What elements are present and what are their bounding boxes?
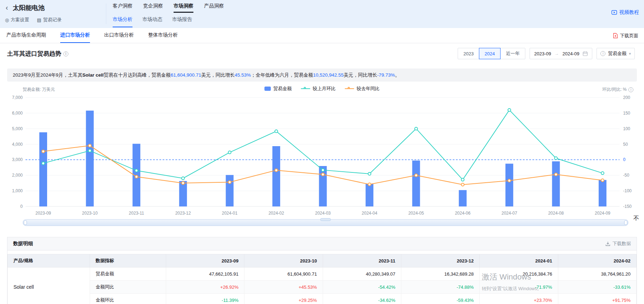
svg-text:200: 200 [623, 95, 630, 100]
svg-text:2024-07: 2024-07 [502, 211, 517, 216]
svg-text:-100: -100 [623, 188, 632, 193]
trend-info-icon[interactable]: i [63, 51, 68, 56]
value-cell: +91.75% [558, 294, 636, 304]
analysis-nav: 产品市场生命周期 进口市场分析 出口市场分析 整体市场分析 下载页面 [0, 28, 644, 43]
value-cell: 47,662,105.91 [166, 267, 244, 281]
calendar-icon [583, 51, 588, 56]
trend-section-title: 土耳其进口贸易趋势 i [7, 50, 68, 58]
insight-tabs: 客户洞察 竞企洞察 市场洞察 产品洞察 [113, 3, 224, 13]
trend-title-text: 土耳其进口贸易趋势 [7, 50, 61, 58]
product-name-cell: Solar cell [8, 267, 90, 304]
date-range-picker[interactable]: 2023-09 → 2024-09 [530, 48, 592, 59]
trend-chart: 7,0002006,0001505,0001004,000503,00002,0… [0, 84, 644, 216]
summary-fragment: 45.53% [235, 72, 251, 78]
metric-dropdown[interactable]: i 贸易金额 ▾ [597, 48, 635, 59]
summary-fragment: 贸易在十月达到高峰，贸易金额 [104, 72, 171, 78]
svg-text:2024-03: 2024-03 [315, 211, 331, 216]
subtab-market-dynamics[interactable]: 市场动态 [142, 16, 162, 27]
summary-fragment: 美元，同比增长 [201, 72, 235, 78]
value-cell: -59.43% [401, 294, 479, 304]
x-axis-labels: 2023-092023-102023-112023-122024-012024-… [35, 211, 610, 216]
nav-export-analysis[interactable]: 出口市场分析 [104, 28, 134, 43]
datazoom-left-handle[interactable] [24, 220, 27, 225]
value-cell: -54.42% [323, 281, 401, 294]
scheme-settings-label: 方案设置 [11, 17, 29, 23]
chart-datazoom-slider[interactable] [23, 219, 628, 226]
scheme-settings-link[interactable]: ◎ 方案设置 [5, 17, 29, 23]
clipped-side-text: 不 [633, 215, 639, 222]
tab-customer-insight[interactable]: 客户洞察 [113, 3, 132, 13]
svg-text:5,000: 5,000 [12, 126, 23, 131]
value-cell: +23.70% [480, 294, 558, 304]
value-cell: -34.62% [323, 294, 401, 304]
datazoom-right-handle[interactable] [624, 220, 627, 225]
table-column-header: 2023-09 [166, 254, 244, 267]
metric-dropdown-value: 贸易金额 [608, 50, 626, 57]
summary-fragment: 美元，同比增长 [344, 72, 377, 78]
subtab-market-report[interactable]: 市场报告 [172, 16, 192, 27]
date-from: 2023-09 [534, 51, 551, 56]
metric-name-cell: 金额环比 [90, 294, 166, 304]
page-title: 太阳能电池 [13, 4, 45, 12]
top-header: ‹ 太阳能电池 ◎ 方案设置 ▤ 贸易记录 客户洞察 竞企洞察 市场洞察 产品洞… [0, 0, 644, 28]
nav-product-lifecycle[interactable]: 产品市场生命周期 [6, 28, 46, 43]
svg-text:2024-09: 2024-09 [595, 211, 610, 216]
table-row: 金额环比-11.39%+29.25%-34.62%-59.43%+23.70%+… [8, 294, 637, 304]
video-tutorial-link[interactable]: 视频教程 [611, 9, 639, 16]
download-data-label: 下载数据 [612, 241, 631, 247]
nav-import-analysis[interactable]: 进口市场分析 [60, 28, 90, 43]
svg-text:100: 100 [623, 126, 630, 131]
value-cell: 38,764,961.20 [558, 267, 636, 281]
download-page-icon [613, 33, 618, 38]
summary-fragment: 2023年9月至2024年9月，土耳其 [13, 72, 83, 78]
tab-product-insight[interactable]: 产品洞察 [204, 3, 224, 13]
table-header-row: 产品/规格数据指标2023-092023-102023-112023-12202… [8, 254, 637, 267]
tab-competitor-insight[interactable]: 竞企洞察 [143, 3, 163, 13]
market-sub-tabs: 市场分析 市场动态 市场报告 [113, 16, 192, 27]
download-data-icon [605, 241, 610, 246]
svg-text:3,000: 3,000 [12, 157, 23, 162]
year-2023-button[interactable]: 2023 [458, 48, 479, 59]
datazoom-center-grip[interactable] [320, 218, 331, 221]
svg-text:0: 0 [20, 204, 23, 209]
svg-text:6,000: 6,000 [12, 111, 23, 116]
data-detail-card: 数据明细 下载数据 产品/规格数据指标2023-092023-102023-11… [7, 237, 637, 304]
chevron-down-icon: ▾ [629, 51, 631, 56]
svg-text:2024-04: 2024-04 [362, 211, 377, 216]
subtab-market-analysis[interactable]: 市场分析 [113, 16, 132, 27]
value-cell: 40,280,349.07 [323, 267, 401, 281]
svg-text:-50: -50 [623, 173, 629, 178]
data-detail-header: 数据明细 下载数据 [7, 237, 637, 250]
recent-year-button[interactable]: 近一年 [500, 48, 525, 59]
bar-series [39, 111, 606, 206]
trend-summary-banner: 2023年9月至2024年9月，土耳其Solar cell贸易在十月达到高峰，贸… [7, 68, 637, 82]
value-cell: 20,216,384.76 [480, 267, 558, 281]
data-detail-title: 数据明细 [13, 241, 33, 247]
download-data-button[interactable]: 下载数据 [605, 241, 631, 247]
table-column-header: 2023-12 [401, 254, 479, 267]
year-2024-button[interactable]: 2024 [479, 48, 501, 59]
download-page-button[interactable]: 下载页面 [613, 28, 638, 43]
summary-fragment: Solar cell [83, 72, 104, 78]
value-cell: +45.53% [244, 281, 323, 294]
value-cell: 61,604,900.71 [244, 267, 323, 281]
table-row: 金额同比+26.92%+45.53%-54.42%-74.88%-71.97%-… [8, 281, 637, 294]
svg-text:2023-10: 2023-10 [82, 211, 98, 216]
svg-text:2024-01: 2024-01 [222, 211, 237, 216]
tab-market-insight[interactable]: 市场洞察 [174, 3, 193, 13]
svg-text:1,000: 1,000 [12, 188, 23, 193]
value-cell: -71.97% [480, 281, 558, 294]
table-column-header: 2024-02 [558, 254, 636, 267]
svg-text:2,000: 2,000 [12, 173, 23, 178]
value-cell: -74.88% [401, 281, 479, 294]
metric-name-cell: 金额同比 [90, 281, 166, 294]
summary-fragment: -79.73% [377, 72, 395, 78]
table-row: Solar cell贸易金额47,662,105.9161,604,900.71… [8, 267, 637, 281]
nav-overall-analysis[interactable]: 整体市场分析 [148, 28, 178, 43]
trade-records-link[interactable]: ▤ 贸易记录 [37, 17, 61, 23]
svg-text:2024-02: 2024-02 [269, 211, 284, 216]
download-page-label: 下载页面 [620, 33, 638, 39]
video-icon [611, 10, 617, 15]
year-segment: 2023 2024 近一年 [458, 48, 525, 59]
back-icon[interactable]: ‹ [6, 4, 8, 12]
